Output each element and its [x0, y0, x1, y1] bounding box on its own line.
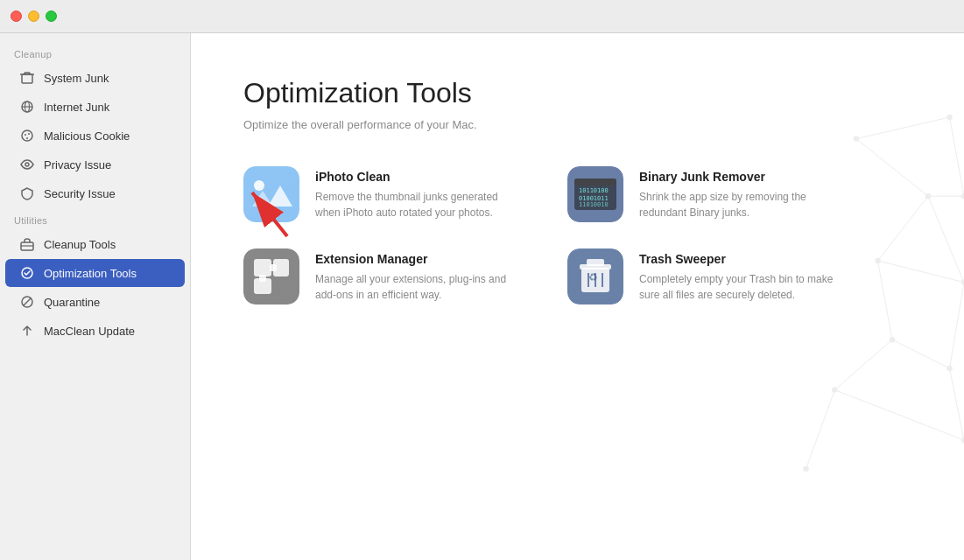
trash-icon — [19, 70, 35, 86]
iphoto-clean-desc: Remove the thumbnail junks generated whe… — [315, 189, 515, 220]
sidebar-label-internet-junk: Internet Junk — [44, 101, 109, 114]
page-subtitle: Optimize the overall performance of your… — [243, 118, 911, 131]
binary-junk-info: Binary Junk Remover Shrink the app size … — [639, 166, 839, 220]
tool-item-trash-sweeper[interactable]: ♻ Trash Sweeper Completely empty your Tr… — [567, 248, 839, 304]
svg-point-12 — [25, 163, 29, 166]
sidebar-section-utilities: Utilities — [0, 208, 190, 229]
svg-point-9 — [25, 134, 26, 136]
iphoto-clean-info: iPhoto Clean Remove the thumbnail junks … — [315, 166, 515, 220]
title-bar — [0, 0, 964, 33]
svg-text:10110100: 10110100 — [579, 187, 609, 194]
sidebar-label-quarantine: Quarantine — [44, 296, 100, 309]
maximize-button[interactable] — [46, 10, 57, 22]
eye-icon — [19, 157, 35, 172]
svg-line-48 — [252, 192, 287, 236]
sidebar-label-malicious-cookie: Malicious Cookie — [44, 130, 130, 143]
tools-grid: iPhoto Clean Remove the thumbnail junks … — [243, 166, 839, 304]
trash-sweeper-info: Trash Sweeper Completely empty your Tras… — [639, 248, 839, 303]
binary-junk-desc: Shrink the app size by removing the redu… — [639, 189, 839, 220]
svg-rect-59 — [270, 264, 277, 271]
svg-line-28 — [834, 390, 964, 440]
sidebar: Cleanup System Junk — [0, 33, 191, 560]
svg-text:11010010: 11010010 — [579, 201, 609, 208]
extension-manager-info: Extension Manager Manage all your extens… — [315, 248, 515, 303]
binary-junk-icon: 10110100 01001011 11010010 — [567, 166, 623, 222]
sidebar-label-optimization-tools: Optimization Tools — [44, 267, 137, 280]
svg-line-27 — [950, 368, 964, 440]
svg-line-17 — [24, 298, 32, 306]
svg-point-38 — [946, 366, 953, 372]
svg-rect-51 — [574, 178, 616, 186]
close-button[interactable] — [11, 10, 22, 22]
main-content: Optimization Tools Optimize the overall … — [191, 33, 964, 560]
sidebar-label-privacy-issue: Privacy Issue — [44, 158, 111, 172]
sidebar-item-macclean-update[interactable]: MacClean Update — [5, 317, 185, 345]
svg-rect-55 — [243, 248, 299, 304]
trash-sweeper-name: Trash Sweeper — [639, 252, 839, 266]
svg-point-39 — [832, 387, 838, 393]
iphoto-clean-name: iPhoto Clean — [315, 170, 515, 184]
svg-point-8 — [22, 130, 32, 141]
svg-point-10 — [28, 133, 30, 135]
sidebar-item-internet-junk[interactable]: Internet Junk — [5, 93, 185, 121]
sidebar-item-security-issue[interactable]: Security Issue — [5, 179, 185, 207]
svg-text:♻: ♻ — [588, 271, 598, 284]
arrow-up-icon — [19, 323, 35, 339]
sidebar-item-quarantine[interactable]: Quarantine — [5, 288, 185, 316]
extension-manager-desc: Manage all your extensions, plug-ins and… — [315, 271, 515, 303]
tool-item-extension-manager[interactable]: Extension Manager Manage all your extens… — [243, 248, 515, 304]
svg-point-41 — [803, 466, 809, 472]
app-body: Cleanup System Junk — [0, 33, 964, 560]
sidebar-item-optimization-tools[interactable]: Optimization Tools — [5, 259, 185, 287]
extension-manager-name: Extension Manager — [315, 252, 515, 266]
circle-check-icon — [19, 265, 35, 281]
shield-icon — [19, 186, 35, 201]
tool-item-iphoto-clean[interactable]: iPhoto Clean Remove the thumbnail junks … — [243, 166, 515, 222]
sidebar-label-macclean-update: MacClean Update — [44, 325, 135, 338]
content-area: Optimization Tools Optimize the overall … — [191, 33, 964, 348]
page-title: Optimization Tools — [243, 77, 911, 109]
traffic-lights — [11, 10, 57, 22]
sidebar-label-cleanup-tools: Cleanup Tools — [44, 238, 116, 251]
binary-junk-name: Binary Junk Remover — [639, 170, 839, 184]
sidebar-item-malicious-cookie[interactable]: Malicious Cookie — [5, 122, 185, 150]
arrow-annotation — [235, 184, 305, 248]
sidebar-item-privacy-issue[interactable]: Privacy Issue — [5, 150, 185, 178]
sidebar-label-system-junk: System Junk — [44, 72, 109, 85]
extension-manager-icon — [243, 248, 299, 304]
ban-icon — [19, 294, 35, 310]
sidebar-section-cleanup: Cleanup — [0, 42, 190, 63]
trash-sweeper-desc: Completely empty your Trash bin to make … — [639, 271, 839, 303]
svg-rect-56 — [254, 259, 271, 276]
briefcase-icon — [19, 236, 35, 252]
minimize-button[interactable] — [28, 10, 39, 22]
svg-rect-60 — [259, 275, 266, 282]
sidebar-label-security-issue: Security Issue — [44, 187, 116, 200]
trash-sweeper-icon: ♻ — [567, 248, 623, 304]
tool-item-binary-junk[interactable]: 10110100 01001011 11010010 Binary Junk R… — [567, 166, 839, 222]
globe-icon — [19, 99, 35, 115]
svg-point-11 — [26, 137, 28, 139]
svg-rect-64 — [587, 259, 604, 266]
svg-line-29 — [806, 390, 835, 469]
svg-rect-0 — [22, 74, 32, 83]
sidebar-item-cleanup-tools[interactable]: Cleanup Tools — [5, 230, 185, 258]
sidebar-item-system-junk[interactable]: System Junk — [5, 64, 185, 92]
cookie-icon — [19, 128, 35, 144]
